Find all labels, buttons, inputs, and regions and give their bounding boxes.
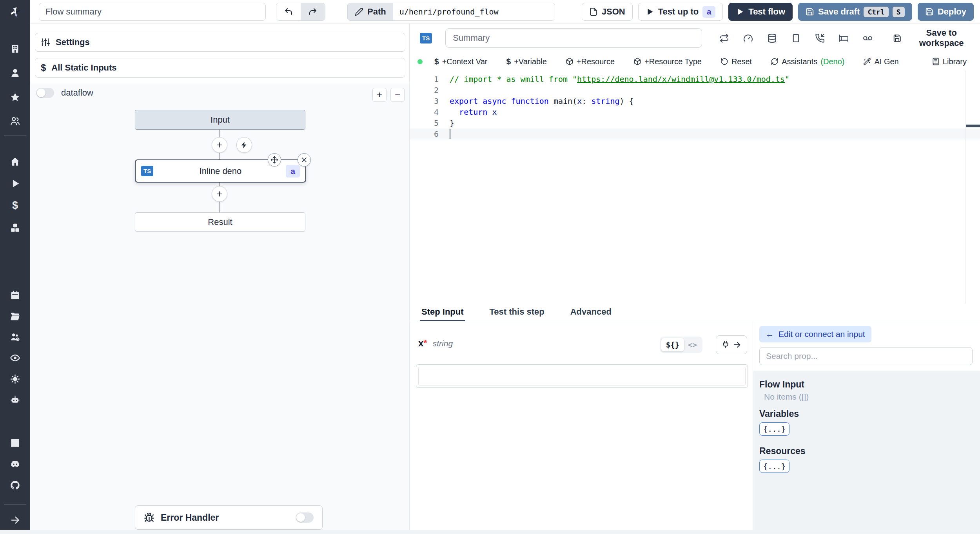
add-step-button-top[interactable] <box>212 137 227 153</box>
tab-step-input[interactable]: Step Input <box>420 304 465 321</box>
settings-gear-icon[interactable] <box>9 372 22 386</box>
gauge-icon[interactable] <box>743 33 753 43</box>
voicemail-icon[interactable] <box>863 33 873 43</box>
add-resource-button[interactable]: +Resource <box>563 57 617 67</box>
move-icon <box>270 156 278 164</box>
add-resource-type-button[interactable]: +Resource Type <box>631 57 704 67</box>
topbar-actions: JSON Test up to a Test flow Save draft C… <box>582 3 974 21</box>
input-node[interactable]: Input <box>135 110 305 130</box>
dollar-icon: $ <box>506 57 511 66</box>
test-up-to-button[interactable]: Test up to a <box>638 3 723 21</box>
discord-icon[interactable] <box>9 458 22 471</box>
json-button[interactable]: JSON <box>582 3 633 21</box>
tab-test-this-step[interactable]: Test this step <box>488 304 546 321</box>
field-label-row: x* string <box>418 338 453 349</box>
resources-title: Resources <box>759 446 974 456</box>
github-icon[interactable] <box>9 478 22 492</box>
summary-input[interactable] <box>445 28 702 48</box>
package-icon <box>633 58 641 65</box>
bed-sleep-icon[interactable] <box>839 33 849 43</box>
variables-dollar-icon[interactable]: $ <box>9 199 22 212</box>
database-icon[interactable] <box>767 33 777 43</box>
add-context-var-button[interactable]: $+Context Var <box>432 56 490 67</box>
workspace-building-icon[interactable] <box>9 42 22 55</box>
dollar-icon: $ <box>434 57 439 66</box>
user-icon[interactable] <box>9 66 22 80</box>
add-variable-button[interactable]: $+Variable <box>504 56 549 67</box>
expand-sidebar-arrow-icon[interactable] <box>9 513 22 527</box>
error-handler-toggle[interactable] <box>296 512 314 523</box>
step-id-badge: a <box>286 165 300 177</box>
close-icon <box>300 156 308 164</box>
path-edit-button[interactable]: Path <box>348 3 393 20</box>
edit-or-connect-button[interactable]: ← Edit or connect an input <box>759 326 871 342</box>
zoom-in-button[interactable]: + <box>372 88 387 102</box>
save-icon <box>806 7 814 16</box>
retry-repeat-icon[interactable] <box>719 33 729 43</box>
step-settings-icons <box>719 33 873 43</box>
path-input[interactable] <box>393 3 555 20</box>
search-prop-input[interactable] <box>759 347 973 365</box>
flow-input-title: Flow Input <box>759 379 974 390</box>
groups-admin-icon[interactable] <box>9 330 22 344</box>
windmill-logo-icon[interactable] <box>9 5 22 20</box>
connect-input-button[interactable] <box>716 335 747 354</box>
package-icon <box>566 58 573 65</box>
undo-redo-group <box>276 3 325 21</box>
graph-zoom-controls: + − <box>372 88 405 102</box>
tab-advanced[interactable]: Advanced <box>569 304 613 321</box>
phone-incoming-icon[interactable] <box>815 33 825 43</box>
ai-gen-button[interactable]: AI Gen <box>861 57 901 67</box>
editor-toolbar: $+Context Var $+Variable +Resource +Reso… <box>410 52 980 71</box>
result-node[interactable]: Result <box>135 212 305 232</box>
error-handler-row[interactable]: Error Handler <box>135 505 323 530</box>
star-icon[interactable] <box>9 91 22 104</box>
add-step-button-bottom[interactable] <box>212 186 227 202</box>
flow-settings-button[interactable]: Settings <box>35 33 405 52</box>
test-flow-button[interactable]: Test flow <box>728 3 793 21</box>
step-editor-header: TS Sav <box>410 24 980 53</box>
field-controls: ${} <> <box>660 335 747 354</box>
reset-button[interactable]: Reset <box>718 57 754 67</box>
move-step-button[interactable] <box>268 153 281 167</box>
assistants-button[interactable]: Assistants (Deno) <box>768 57 847 67</box>
save-draft-button[interactable]: Save draft Ctrl S <box>798 3 912 21</box>
step-node-inline-deno[interactable]: TS Inline deno a <box>135 159 306 183</box>
resources-object-chip[interactable]: {...} <box>759 460 789 473</box>
docs-book-icon[interactable] <box>9 436 22 450</box>
schedules-calendar-icon[interactable] <box>9 288 22 302</box>
audit-eye-icon[interactable] <box>9 351 22 364</box>
all-static-inputs-button[interactable]: $ All Static Inputs <box>35 58 405 78</box>
zoom-out-button[interactable]: − <box>390 88 405 102</box>
workers-bot-icon[interactable] <box>9 393 22 406</box>
deploy-button[interactable]: Deploy <box>918 3 974 21</box>
field-value-input[interactable] <box>416 364 748 388</box>
delete-step-button[interactable] <box>298 153 311 167</box>
template-mode-button[interactable]: ${} <box>661 338 684 351</box>
users-group-icon[interactable] <box>9 114 22 128</box>
path-group: Path <box>347 3 555 21</box>
path-label: Path <box>367 7 386 17</box>
square-frame-icon[interactable] <box>791 33 801 43</box>
code-mode-button[interactable]: <> <box>684 338 701 351</box>
dataflow-toggle[interactable] <box>36 88 54 98</box>
pencil-icon <box>355 7 363 16</box>
error-handler-label: Error Handler <box>161 512 289 523</box>
folders-icon[interactable] <box>9 310 22 323</box>
arrow-left-icon: ← <box>766 329 774 339</box>
sliders-icon <box>41 38 50 47</box>
plus-icon <box>216 141 223 149</box>
home-icon[interactable] <box>9 155 22 168</box>
flow-summary-input[interactable] <box>39 3 266 21</box>
undo-button[interactable] <box>276 3 301 20</box>
variables-object-chip[interactable]: {...} <box>759 422 789 436</box>
save-to-workspace-button[interactable]: Save to workspace <box>891 27 980 49</box>
add-trigger-button[interactable] <box>236 137 252 153</box>
wand-icon <box>863 58 871 65</box>
library-button[interactable]: Library <box>929 57 969 67</box>
redo-button[interactable] <box>301 3 325 20</box>
save-icon <box>925 7 934 16</box>
runs-play-icon[interactable] <box>9 177 22 190</box>
resources-boxes-icon[interactable] <box>9 221 22 234</box>
code-editor[interactable]: 1// import * as wmill from "https://deno… <box>410 71 980 307</box>
